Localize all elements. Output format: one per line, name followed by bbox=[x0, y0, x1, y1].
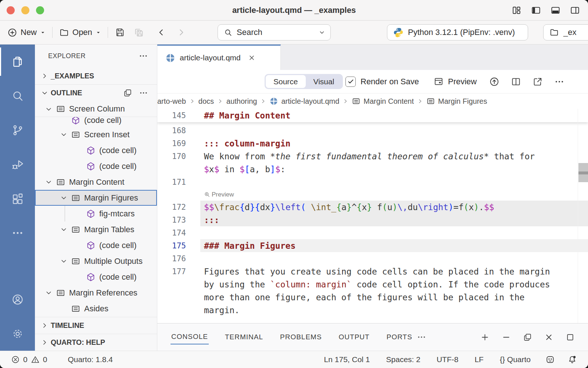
line-number[interactable]: 170 bbox=[157, 152, 200, 161]
line-number[interactable]: 171 bbox=[157, 178, 200, 187]
collapse-all-icon[interactable] bbox=[123, 88, 132, 98]
minimize-window-button[interactable] bbox=[21, 6, 29, 14]
code-line-170[interactable]: 170We know from *the first fundamental t… bbox=[157, 150, 588, 163]
close-window-button[interactable] bbox=[7, 6, 15, 14]
tab-article-layout[interactable]: article-layout.qmd bbox=[157, 45, 281, 70]
code-line-wrap[interactable]: $x$ in $[a, b]$: bbox=[157, 163, 588, 176]
account-icon[interactable] bbox=[0, 282, 35, 316]
editor-more-actions-icon[interactable] bbox=[554, 77, 564, 87]
feedback-smiley-icon[interactable] bbox=[545, 355, 555, 364]
code-line-wrap[interactable]: more than one figure, each of the figure… bbox=[157, 291, 588, 304]
line-number[interactable]: 174 bbox=[157, 229, 200, 237]
new-button[interactable]: New bbox=[7, 28, 46, 38]
search-view-icon[interactable] bbox=[0, 79, 35, 113]
line-number[interactable]: 172 bbox=[157, 203, 200, 212]
line-number[interactable]: 169 bbox=[157, 139, 200, 148]
explorer-view-icon[interactable] bbox=[0, 45, 35, 79]
split-panel-icon[interactable] bbox=[523, 333, 532, 342]
outline-item-code-cell[interactable]: (code cell) bbox=[35, 117, 157, 127]
visual-mode-button[interactable]: Visual bbox=[306, 75, 342, 88]
outline-item-margin-figures[interactable]: Margin Figures bbox=[35, 190, 157, 206]
sidebar-section-timeline[interactable]: TIMELINE bbox=[35, 317, 157, 334]
code-line-177[interactable]: 177Figures that you create using code ce… bbox=[157, 265, 588, 278]
line-number[interactable]: 168 bbox=[157, 126, 200, 135]
code-line-168[interactable]: 168 bbox=[157, 124, 588, 137]
explorer-more-actions-icon[interactable] bbox=[139, 51, 148, 61]
outline-item-code-cell[interactable]: (code cell) bbox=[35, 269, 157, 285]
panel-tab-ports[interactable]: PORTS bbox=[386, 330, 413, 344]
line-number[interactable]: 145 bbox=[157, 111, 200, 120]
more-views-icon[interactable] bbox=[0, 216, 35, 250]
outline-item-multiple-outputs[interactable]: Multiple Outputs bbox=[35, 253, 157, 269]
close-tab-icon[interactable] bbox=[248, 54, 255, 61]
sticky-scroll-line[interactable]: 145 ## Margin Content bbox=[157, 109, 588, 122]
source-control-view-icon[interactable] bbox=[0, 113, 35, 147]
toggle-panel-icon[interactable] bbox=[551, 5, 560, 15]
go-back-button[interactable] bbox=[157, 28, 166, 37]
close-panel-icon[interactable] bbox=[544, 333, 553, 342]
run-all-cells-icon[interactable] bbox=[489, 77, 499, 87]
status-cursor-position[interactable]: Ln 175, Col 1 bbox=[324, 355, 370, 364]
code-line-176[interactable]: 176 bbox=[157, 252, 588, 265]
extensions-view-icon[interactable] bbox=[0, 181, 35, 216]
notifications-bell-icon[interactable] bbox=[567, 355, 577, 364]
breadcrumb-item-arto-web[interactable]: arto-web bbox=[157, 97, 186, 106]
status-language-mode[interactable]: {} Quarto bbox=[500, 355, 531, 364]
breadcrumb-item-article-layout-qmd[interactable]: article-layout.qmd bbox=[269, 97, 339, 106]
outline-item-margin-tables[interactable]: Margin Tables bbox=[35, 222, 157, 237]
problems-status-button[interactable]: 0 0 bbox=[11, 355, 47, 364]
code-line-wrap[interactable]: by using the `column: margin` code cell … bbox=[157, 278, 588, 291]
panel-tab-output[interactable]: OUTPUT bbox=[338, 330, 370, 344]
outline-item-code-cell[interactable]: (code cell) bbox=[35, 237, 157, 253]
breadcrumb-item-margin-content[interactable]: Margin Content bbox=[352, 97, 414, 106]
line-number[interactable]: 176 bbox=[157, 254, 200, 263]
status-eol[interactable]: LF bbox=[474, 355, 484, 364]
toggle-secondary-sidebar-icon[interactable] bbox=[570, 5, 580, 15]
customize-layout-icon[interactable] bbox=[512, 5, 521, 15]
status-indentation[interactable]: Spaces: 2 bbox=[386, 355, 420, 364]
sidebar-section-quarto-help[interactable]: QUARTO: HELP bbox=[35, 334, 157, 351]
outline-item-margin-content[interactable]: Margin Content bbox=[35, 174, 157, 190]
quarto-version-status[interactable]: Quarto: 1.8.4 bbox=[68, 355, 113, 364]
breadcrumb-item-authoring[interactable]: authoring bbox=[226, 97, 257, 106]
code-line-169[interactable]: 169::: column-margin bbox=[157, 137, 588, 150]
zoom-window-button[interactable] bbox=[36, 6, 44, 14]
editor-scrollbar[interactable] bbox=[578, 109, 588, 323]
outline-item-code-cell[interactable]: (code cell) bbox=[35, 158, 157, 174]
outline-item-code-cell[interactable]: (code cell) bbox=[35, 142, 157, 158]
minimize-panel-icon[interactable] bbox=[502, 333, 511, 342]
split-editor-icon[interactable] bbox=[511, 77, 521, 87]
settings-gear-icon[interactable] bbox=[0, 316, 35, 351]
outline-item-asides[interactable]: Asides bbox=[35, 301, 157, 316]
python-interpreter-button[interactable]: Python 3.12.1 (PipEnv: .venv) bbox=[387, 24, 528, 40]
code-line-172[interactable]: 172$$\frac{d}{dx}\left( \int_{a}^{x} f(u… bbox=[157, 201, 588, 213]
search-box[interactable]: Search bbox=[218, 24, 331, 40]
code-line-173[interactable]: 173::: bbox=[157, 213, 588, 226]
status-encoding[interactable]: UTF-8 bbox=[437, 355, 459, 364]
code-line-175[interactable]: 175### Margin Figures bbox=[157, 239, 588, 252]
breadcrumb-item-margin-figures[interactable]: Margin Figures bbox=[426, 97, 487, 106]
breadcrumb-item-docs[interactable]: docs bbox=[198, 97, 214, 106]
sidebar-section-outline[interactable]: OUTLINE bbox=[35, 84, 157, 101]
preview-button[interactable]: Preview bbox=[434, 70, 477, 93]
panel-tab-console[interactable]: CONSOLE bbox=[171, 330, 209, 344]
toggle-sidebar-icon[interactable] bbox=[531, 5, 541, 15]
outline-item-fig-mtcars[interactable]: fig-mtcars bbox=[35, 206, 157, 222]
outline-more-actions-icon[interactable] bbox=[139, 88, 148, 98]
source-mode-button[interactable]: Source bbox=[266, 75, 306, 88]
sidebar-section-examples[interactable]: _EXAMPLES bbox=[35, 67, 157, 84]
new-terminal-icon[interactable] bbox=[480, 333, 490, 342]
line-number[interactable]: 175 bbox=[157, 241, 200, 250]
code-line-171[interactable]: 171 bbox=[157, 176, 588, 188]
code-line-174[interactable]: 174 bbox=[157, 226, 588, 239]
workspace-button[interactable]: _ex bbox=[543, 24, 588, 40]
panel-tab-problems[interactable]: PROBLEMS bbox=[279, 330, 323, 344]
panel-more-tabs-icon[interactable] bbox=[417, 332, 426, 342]
outline-item-margin-references[interactable]: Margin References bbox=[35, 285, 157, 301]
open-button[interactable]: Open bbox=[59, 28, 101, 38]
run-debug-view-icon[interactable] bbox=[0, 147, 35, 181]
outline-item-screen-column[interactable]: Screen Column bbox=[35, 101, 157, 117]
line-number[interactable]: 177 bbox=[157, 267, 200, 276]
code-line-wrap[interactable]: margin. bbox=[157, 304, 588, 316]
code-lens-preview[interactable]: Preview bbox=[157, 188, 588, 201]
